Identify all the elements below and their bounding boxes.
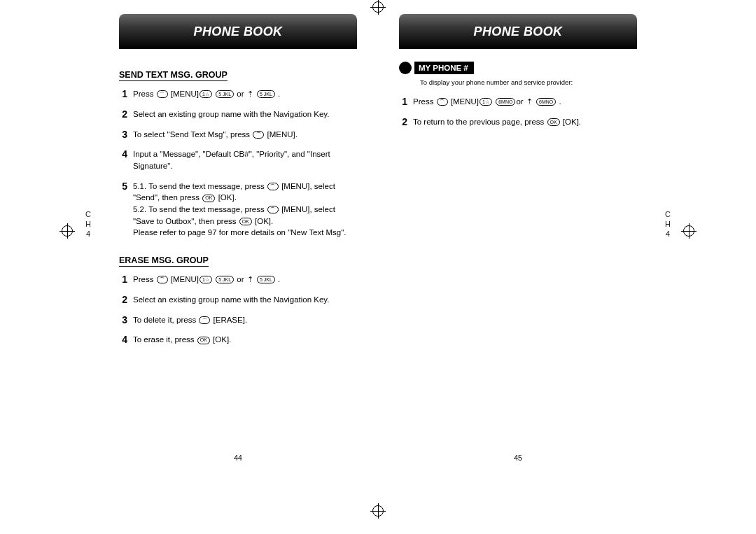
page-header-right: PHONE BOOK <box>399 14 637 49</box>
step-row: 1 Press ⌒ [MENU]1☆ 5 JKL or ⇡ 5 JKL . <box>119 88 357 100</box>
page-number-left: 44 <box>98 454 378 462</box>
softkey-icon: ⌒ <box>437 98 448 106</box>
page-header-title: PHONE BOOK <box>193 24 282 39</box>
key-1: 1☆ <box>200 276 212 283</box>
section-subtext: To display your phone number and service… <box>420 78 637 86</box>
step-text: To return to the previous page, press OK… <box>413 116 637 128</box>
step-number: 3 <box>119 129 127 140</box>
key-1: 1☆ <box>200 90 212 98</box>
section-badge: MY PHONE # <box>399 62 637 74</box>
chapter-tag-right: CH4 <box>665 210 671 239</box>
step-text: Input a "Message", "Default CB#", "Prior… <box>133 148 357 171</box>
softkey-icon: ⌒ <box>267 206 279 213</box>
nav-up-icon: ⇡ <box>247 89 253 100</box>
section-send-text: SEND TEXT MSG. GROUP 1 Press ⌒ [MENU]1☆ … <box>119 62 357 239</box>
nav-up-icon: ⇡ <box>247 274 253 286</box>
step-row: 1 Press ⌒ [MENU]1☆ 5 JKL or ⇡ 5 JKL . <box>119 274 357 286</box>
step-row: 2 Select an existing group name with the… <box>119 294 357 306</box>
softkey-icon: ⌒ <box>157 276 168 283</box>
step-text: Press ⌒ [MENU]1☆ 5 JKL or ⇡ 5 JKL . <box>133 88 357 100</box>
ok-icon: OK <box>239 218 252 225</box>
softkey-icon: ⌒ <box>267 183 279 190</box>
section-title: SEND TEXT MSG. GROUP <box>119 70 227 81</box>
step-number: 4 <box>119 148 127 160</box>
softkey-icon: ⌒ <box>157 90 168 98</box>
step-number: 4 <box>119 334 127 345</box>
step-number: 2 <box>119 108 127 120</box>
badge-circle-icon <box>399 62 412 74</box>
step-number: 5 <box>119 181 127 192</box>
key-5: 5 JKL <box>216 90 234 98</box>
step-text: To erase it, press OK [OK]. <box>133 334 357 346</box>
step-row: 2 To return to the previous page, press … <box>399 116 637 128</box>
step-text: To select "Send Text Msg", press ⌒ [MENU… <box>133 129 357 141</box>
step-row: 1 Press ⌒ [MENU]1☆ 6MNOor ⇡ 6MNO . <box>399 96 637 108</box>
step-row: 2 Select an existing group name with the… <box>119 108 357 120</box>
step-text: Press ⌒ [MENU]1☆ 5 JKL or ⇡ 5 JKL . <box>133 274 357 286</box>
ok-icon: OK <box>202 195 215 202</box>
step-row: 3 To select "Send Text Msg", press ⌒ [ME… <box>119 129 357 141</box>
step-text: Select an existing group name with the N… <box>133 108 357 120</box>
step-number: 3 <box>119 314 127 325</box>
step-text: 5.1. To send the text message, press ⌒ [… <box>133 181 357 239</box>
step-number: 2 <box>119 294 127 305</box>
page-number-right: 45 <box>378 454 658 462</box>
step-text: Select an existing group name with the N… <box>133 294 357 306</box>
step-row: 4 To erase it, press OK [OK]. <box>119 334 357 346</box>
key-5: 5 JKL <box>216 276 234 283</box>
key-5b: 5 JKL <box>257 276 275 283</box>
step-text: Press ⌒ [MENU]1☆ 6MNOor ⇡ 6MNO . <box>413 96 637 108</box>
step-number: 1 <box>119 274 127 285</box>
step-row: 3 To delete it, press ⌒ [ERASE]. <box>119 314 357 326</box>
step-number: 1 <box>119 88 127 99</box>
key-5b: 5 JKL <box>257 90 275 98</box>
key-6: 6MNO <box>496 98 515 106</box>
page-header-left: PHONE BOOK <box>119 14 357 49</box>
step-text: To delete it, press ⌒ [ERASE]. <box>133 314 357 326</box>
step-row: 4 Input a "Message", "Default CB#", "Pri… <box>119 148 357 171</box>
section-erase: ERASE MSG. GROUP 1 Press ⌒ [MENU]1☆ 5 JK… <box>119 247 357 346</box>
key-6b: 6MNO <box>536 98 556 106</box>
chapter-tag-left: CH4 <box>85 210 91 239</box>
document-spread: PHONE BOOK CH4 SEND TEXT MSG. GROUP 1 Pr… <box>98 14 658 504</box>
key-1: 1☆ <box>479 98 492 106</box>
softkey-icon: ⌒ <box>199 316 210 324</box>
softkey-icon: ⌒ <box>253 131 264 139</box>
page-left: PHONE BOOK CH4 SEND TEXT MSG. GROUP 1 Pr… <box>98 14 378 504</box>
nav-up-icon: ⇡ <box>526 97 533 108</box>
ok-icon: OK <box>197 337 210 344</box>
badge-label: MY PHONE # <box>414 62 474 74</box>
step-number: 2 <box>399 116 407 127</box>
step-row: 5 5.1. To send the text message, press ⌒… <box>119 181 357 239</box>
section-title: ERASE MSG. GROUP <box>119 255 209 267</box>
step-number: 1 <box>399 96 407 107</box>
page-header-title: PHONE BOOK <box>473 24 562 39</box>
page-right: PHONE BOOK CH4 MY PHONE # To display you… <box>378 14 658 504</box>
ok-icon: OK <box>547 118 560 126</box>
